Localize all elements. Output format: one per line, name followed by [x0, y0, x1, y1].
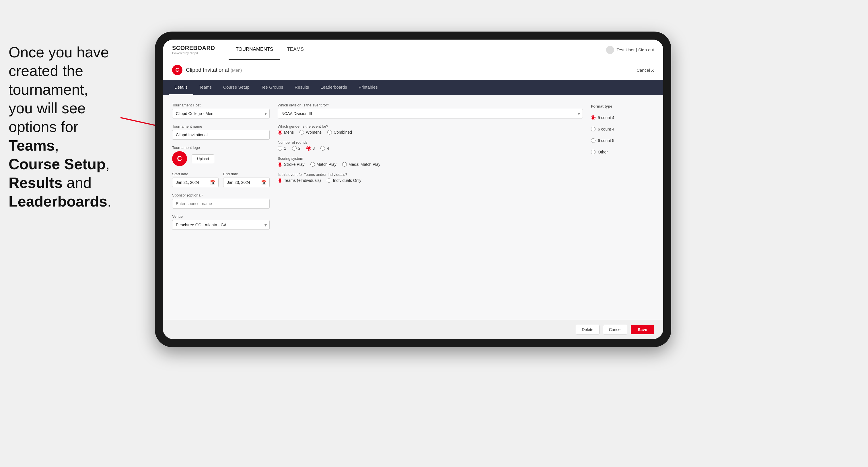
division-field: Which division is the event for? NCAA Di…: [278, 103, 583, 119]
tab-leaderboards[interactable]: Leaderboards: [315, 80, 353, 95]
name-field: Tournament name: [172, 124, 270, 140]
form-col3: Format type 5 count 4 6 count 4 6 count …: [591, 103, 654, 230]
gender-combined[interactable]: Combined: [327, 130, 352, 134]
format-6count5-label: 6 count 5: [598, 138, 614, 143]
top-nav: SCOREBOARD Powered by clippd TOURNAMENTS…: [163, 39, 663, 60]
nav-item-teams[interactable]: TEAMS: [280, 39, 311, 60]
scoring-stroke-label: Stroke Play: [284, 162, 305, 167]
calendar-icon-end: 📅: [261, 180, 267, 185]
host-label: Tournament Host: [172, 103, 270, 107]
cancel-x-button[interactable]: Cancel X: [637, 68, 654, 72]
individuals-only-label: Individuals Only: [333, 178, 362, 183]
division-select-wrap: NCAA Division III: [278, 109, 583, 119]
save-button[interactable]: Save: [631, 325, 654, 334]
gender-womens-label: Womens: [306, 130, 321, 134]
gender-field: Which gender is the event for? Mens Wome…: [278, 124, 583, 134]
tournament-header: C Clippd Invitational (Men) Cancel X: [163, 60, 663, 80]
end-date-wrap: 📅: [223, 178, 270, 187]
sponsor-field: Sponsor (optional): [172, 193, 270, 209]
venue-select[interactable]: Peachtree GC - Atlanta - GA: [172, 220, 270, 230]
scoring-medal[interactable]: Medal Match Play: [342, 162, 380, 167]
format-6count4[interactable]: 6 count 4: [591, 127, 654, 131]
start-label: Start date: [172, 172, 219, 176]
scoring-medal-label: Medal Match Play: [348, 162, 380, 167]
scoring-match-label: Match Play: [317, 162, 337, 167]
gender-mens[interactable]: Mens: [278, 130, 294, 134]
form-grid: Tournament Host Clippd College - Men Tou…: [172, 103, 654, 230]
sponsor-input[interactable]: [172, 199, 270, 209]
rounds-3[interactable]: 3: [306, 146, 315, 151]
tab-details[interactable]: Details: [169, 80, 193, 95]
tab-results[interactable]: Results: [289, 80, 315, 95]
format-5count4[interactable]: 5 count 4: [591, 115, 654, 120]
rounds-4[interactable]: 4: [320, 146, 329, 151]
user-icon: [606, 46, 614, 54]
teams-radio-group: Teams (+Individuals) Individuals Only: [278, 178, 583, 183]
tab-printables[interactable]: Printables: [353, 80, 383, 95]
end-date-field: End date 📅: [223, 172, 270, 187]
venue-label: Venue: [172, 214, 270, 219]
format-other[interactable]: Other: [591, 150, 654, 154]
form-footer: Delete Cancel Save: [163, 320, 663, 339]
cancel-button[interactable]: Cancel: [603, 325, 628, 335]
format-6count4-label: 6 count 4: [598, 127, 614, 131]
format-type-label: Format type: [591, 104, 654, 108]
rounds-1[interactable]: 1: [278, 146, 286, 151]
teams-plus-label: Teams (+Individuals): [284, 178, 321, 183]
gender-label: Which gender is the event for?: [278, 124, 583, 128]
format-6count5[interactable]: 6 count 5: [591, 138, 654, 143]
host-select[interactable]: Clippd College - Men: [172, 109, 270, 119]
tab-course-setup[interactable]: Course Setup: [217, 80, 255, 95]
end-label: End date: [223, 172, 270, 176]
start-date-wrap: 📅: [172, 178, 219, 187]
form-area: Tournament Host Clippd College - Men Tou…: [163, 95, 663, 320]
logo-preview: C: [172, 151, 187, 166]
division-label: Which division is the event for?: [278, 103, 583, 107]
scoring-match[interactable]: Match Play: [310, 162, 337, 167]
scoring-stroke[interactable]: Stroke Play: [278, 162, 305, 167]
gender-womens[interactable]: Womens: [300, 130, 321, 134]
scoring-radio-group: Stroke Play Match Play Medal Match Play: [278, 162, 583, 167]
rounds-2[interactable]: 2: [292, 146, 301, 151]
tournament-icon: C: [172, 65, 182, 75]
individuals-only[interactable]: Individuals Only: [327, 178, 362, 183]
teams-label: Is this event for Teams and/or Individua…: [278, 173, 583, 177]
name-input[interactable]: [172, 130, 270, 140]
start-date-field: Start date 📅: [172, 172, 219, 187]
tournament-tag: (Men): [230, 68, 242, 72]
format-5count4-label: 5 count 4: [598, 115, 614, 120]
teams-plus[interactable]: Teams (+Individuals): [278, 178, 321, 183]
host-field: Tournament Host Clippd College - Men: [172, 103, 270, 119]
gender-radio-group: Mens Womens Combined: [278, 130, 583, 134]
tablet-frame: SCOREBOARD Powered by clippd TOURNAMENTS…: [155, 32, 671, 347]
venue-select-wrap: Peachtree GC - Atlanta - GA: [172, 220, 270, 230]
format-other-label: Other: [598, 150, 608, 154]
gender-combined-label: Combined: [334, 130, 352, 134]
rounds-2-label: 2: [298, 146, 301, 151]
tablet-screen: SCOREBOARD Powered by clippd TOURNAMENTS…: [163, 39, 663, 339]
logo-upload-area: C Upload: [172, 151, 270, 166]
upload-button[interactable]: Upload: [192, 154, 214, 163]
nav-item-tournaments[interactable]: TOURNAMENTS: [228, 39, 280, 60]
user-label[interactable]: Test User | Sign out: [616, 47, 654, 52]
rounds-1-label: 1: [284, 146, 286, 151]
venue-field: Venue Peachtree GC - Atlanta - GA: [172, 214, 270, 230]
rounds-radio-group: 1 2 3 4: [278, 146, 583, 151]
scoring-label: Scoring system: [278, 156, 583, 161]
logo-text: SCOREBOARD: [172, 45, 215, 51]
calendar-icon: 📅: [210, 180, 216, 185]
teams-field: Is this event for Teams and/or Individua…: [278, 173, 583, 183]
tab-tee-groups[interactable]: Tee Groups: [255, 80, 289, 95]
host-select-wrap: Clippd College - Men: [172, 109, 270, 119]
division-select[interactable]: NCAA Division III: [278, 109, 583, 119]
nav-items: TOURNAMENTS TEAMS: [228, 39, 311, 60]
logo-label: Tournament logo: [172, 146, 270, 150]
tournament-title: Clippd Invitational: [186, 67, 229, 73]
name-label: Tournament name: [172, 124, 270, 128]
nav-right: Test User | Sign out: [606, 46, 654, 54]
sponsor-label: Sponsor (optional): [172, 193, 270, 197]
tab-teams[interactable]: Teams: [193, 80, 217, 95]
delete-button[interactable]: Delete: [576, 325, 599, 335]
tabs-bar: Details Teams Course Setup Tee Groups Re…: [163, 80, 663, 95]
logo-sub: Powered by clippd: [172, 51, 215, 55]
